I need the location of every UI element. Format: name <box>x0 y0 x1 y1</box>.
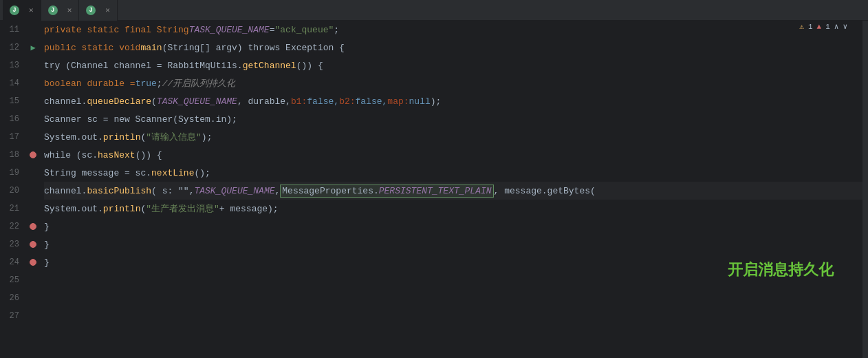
tab-close-work03[interactable]: ✕ <box>67 6 72 14</box>
gutter-row-23: 23 <box>0 235 41 253</box>
code-token: channel. <box>44 186 87 196</box>
code-line-25 <box>44 271 862 289</box>
code-token: , durable, <box>237 96 291 107</box>
gutter-row-16: 16 <box>0 110 41 128</box>
code-token: MessageProperties. <box>282 186 378 196</box>
gutter-row-18: 18 <box>0 146 41 164</box>
code-token: } <box>44 240 50 250</box>
scrollbar-track[interactable] <box>862 21 868 358</box>
run-icon[interactable]: ▶ <box>30 43 35 53</box>
code-token: true <box>135 78 157 89</box>
line-number-23: 23 <box>0 240 25 249</box>
line-number-16: 16 <box>0 114 25 124</box>
code-line-13: try (Channel channel = RabbitMqUtils.get… <box>44 56 862 74</box>
tab-close-work04[interactable]: ✕ <box>105 6 110 14</box>
code-token: PERSISTENT_TEXT_PLAIN <box>379 186 492 196</box>
gutter-row-15: 15 <box>0 92 41 110</box>
line-number-22: 22 <box>0 222 25 231</box>
gutter-row-24: 24 <box>0 253 41 271</box>
breakpoint-24[interactable] <box>30 259 36 266</box>
tab-task02[interactable]: J ✕ <box>3 0 41 21</box>
code-token: channel. <box>44 96 87 107</box>
line-number-18: 18 <box>0 150 25 160</box>
code-line-20: channel.basicPublish( s: "", TASK_QUEUE_… <box>44 182 862 200</box>
breakpoint-18[interactable] <box>30 151 36 158</box>
line-number-20: 20 <box>0 186 25 196</box>
code-token: TASK_QUEUE_NAME <box>157 96 237 107</box>
line-number-17: 17 <box>0 132 25 142</box>
code-line-22: } <box>44 218 862 235</box>
code-token: public static void <box>44 43 140 53</box>
code-line-14: boolean durable = true; //开启队列持久化 <box>44 74 862 92</box>
code-token: ()) { <box>135 150 162 160</box>
code-line-27 <box>44 307 862 325</box>
gutter-icons-24 <box>25 259 41 266</box>
line-number-21: 21 <box>0 204 25 213</box>
code-area: ⚠ 1 ▲ 1 ∧ ∨ 1112▶13141516171819202122232… <box>0 21 868 358</box>
code-token: println <box>103 204 141 214</box>
gutter-row-13: 13 <box>0 56 41 74</box>
breakpoint-22[interactable] <box>30 223 36 230</box>
code-line-23: } <box>44 235 862 253</box>
gutter-row-22: 22 <box>0 218 41 235</box>
line-number-19: 19 <box>0 168 25 178</box>
gutter-row-12: 12▶ <box>0 39 41 56</box>
code-token: try (Channel channel = RabbitMqUtils. <box>44 61 243 71</box>
code-token: TASK_QUEUE_NAME <box>189 25 270 35</box>
code-token: (); <box>194 168 210 178</box>
code-token: System.out. <box>44 204 103 214</box>
code-token: "生产者发出消息" <box>146 202 219 215</box>
breakpoint-23[interactable] <box>30 241 36 248</box>
gutter-icons-18 <box>25 151 41 158</box>
tab-work04[interactable]: J ✕ <box>79 0 118 21</box>
code-token: nextLine <box>151 168 194 178</box>
code-token: null <box>409 96 431 107</box>
code-token: TASK_QUEUE_NAME <box>194 186 274 196</box>
code-line-17: System.out.println("请输入信息"); <box>44 128 862 146</box>
line-number-26: 26 <box>0 293 25 303</box>
tab-close-task02[interactable]: ✕ <box>29 6 34 14</box>
gutter-row-17: 17 <box>0 128 41 146</box>
highlighted-token-box: MessageProperties.PERSISTENT_TEXT_PLAIN <box>280 185 493 198</box>
code-token: basicPublish <box>87 186 151 196</box>
code-token: getChannel <box>243 61 296 71</box>
code-line-24: } <box>44 253 862 271</box>
code-token: private static final String <box>44 25 189 35</box>
code-line-19: String message = sc.nextLine(); <box>44 164 862 182</box>
gutter-row-19: 19 <box>0 164 41 182</box>
code-token: queueDeclare <box>87 96 151 107</box>
code-token: } <box>44 257 50 268</box>
code-token: map: <box>387 96 409 107</box>
line-number-12: 12 <box>0 43 25 52</box>
code-token: , <box>275 186 281 196</box>
gutter-row-27: 27 <box>0 307 41 325</box>
code-line-12: public static void main(String[] argv) t… <box>44 39 862 56</box>
code-token: ; <box>157 78 162 89</box>
tab-bar: J ✕ J ✕ J ✕ <box>0 0 868 21</box>
code-token: false, <box>307 96 339 107</box>
code-token: while (sc. <box>44 150 98 160</box>
gutter-row-26: 26 <box>0 289 41 307</box>
gutter-row-20: 20 <box>0 182 41 200</box>
code-line-26 <box>44 289 862 307</box>
code-token: } <box>44 222 50 232</box>
gutter-icons-12: ▶ <box>25 43 41 53</box>
tab-work03[interactable]: J ✕ <box>41 0 80 21</box>
code-token: b2: <box>339 96 355 107</box>
code-line-11: private static final String TASK_QUEUE_N… <box>44 21 862 39</box>
code-token: = <box>270 25 275 35</box>
line-number-25: 25 <box>0 275 25 285</box>
line-gutter: 1112▶131415161718192021222324252627 <box>0 21 41 358</box>
gutter-row-11: 11 <box>0 21 41 39</box>
code-token: boolean durable = <box>44 78 135 89</box>
tab-icon-work03: J <box>48 6 58 15</box>
code-token: System.out. <box>44 132 103 143</box>
code-token: "ack_queue" <box>274 25 334 35</box>
line-number-11: 11 <box>0 25 25 34</box>
code-token: + message); <box>219 204 279 214</box>
gutter-row-25: 25 <box>0 271 41 289</box>
code-token: ( <box>140 132 146 143</box>
tab-icon-task02: J <box>10 6 19 15</box>
code-token: ( s: "", <box>151 186 194 196</box>
code-line-16: Scanner sc = new Scanner(System.in); <box>44 110 862 128</box>
